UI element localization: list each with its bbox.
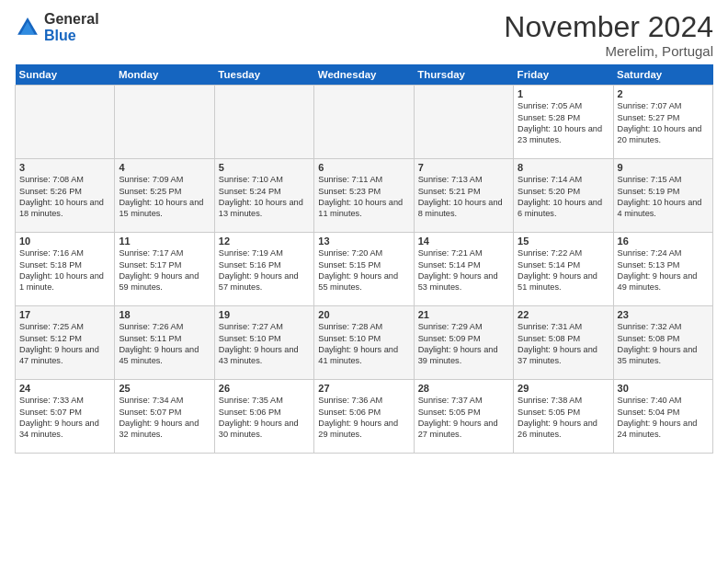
calendar-cell: 20Sunrise: 7:28 AMSunset: 5:10 PMDayligh… [314, 306, 414, 380]
day-info: Sunrise: 7:22 AM [518, 247, 609, 259]
logo: General Blue [15, 11, 99, 45]
day-info: Sunrise: 7:28 AM [318, 321, 409, 332]
day-info: Sunset: 5:09 PM [418, 333, 509, 344]
day-info: Sunrise: 7:16 AM [19, 247, 110, 259]
day-info: Sunrise: 7:17 AM [119, 247, 210, 259]
day-info: Daylight: 9 hours and 43 minutes. [219, 344, 310, 367]
day-number: 7 [418, 162, 509, 173]
day-number: 28 [418, 383, 509, 394]
day-info: Sunrise: 7:36 AM [318, 395, 409, 406]
day-number: 27 [318, 383, 409, 394]
day-number: 14 [418, 236, 509, 247]
day-info: Sunset: 5:06 PM [318, 407, 409, 418]
header-cell-friday: Friday [514, 64, 613, 86]
calendar-cell: 10Sunrise: 7:16 AMSunset: 5:18 PMDayligh… [16, 233, 115, 306]
week-row-1: 1Sunrise: 7:05 AMSunset: 5:28 PMDaylight… [16, 86, 713, 159]
day-info: Daylight: 9 hours and 27 minutes. [418, 418, 509, 441]
day-info: Daylight: 9 hours and 24 minutes. [618, 418, 709, 441]
location: Merelim, Portugal [504, 43, 713, 59]
day-info: Daylight: 9 hours and 34 minutes. [19, 418, 110, 441]
day-info: Daylight: 10 hours and 11 minutes. [318, 197, 409, 220]
header: General Blue November 2024 Merelim, Port… [15, 11, 713, 59]
day-info: Daylight: 10 hours and 18 minutes. [19, 197, 110, 220]
calendar-cell: 8Sunrise: 7:14 AMSunset: 5:20 PMDaylight… [514, 159, 613, 233]
day-info: Sunset: 5:10 PM [219, 333, 310, 344]
header-row: SundayMondayTuesdayWednesdayThursdayFrid… [16, 64, 713, 86]
day-info: Sunset: 5:06 PM [219, 407, 310, 418]
day-number: 24 [19, 383, 110, 394]
day-info: Daylight: 10 hours and 23 minutes. [518, 123, 609, 146]
day-info: Sunset: 5:16 PM [219, 259, 310, 270]
day-info: Sunrise: 7:32 AM [618, 321, 709, 332]
day-info: Daylight: 9 hours and 59 minutes. [119, 270, 210, 293]
day-info: Sunrise: 7:07 AM [618, 100, 709, 111]
month-title: November 2024 [504, 11, 713, 43]
day-info: Sunrise: 7:05 AM [518, 100, 609, 111]
day-info: Sunrise: 7:14 AM [518, 174, 609, 185]
day-info: Daylight: 9 hours and 47 minutes. [19, 344, 110, 367]
logo-text: General Blue [44, 11, 99, 45]
calendar-cell: 25Sunrise: 7:34 AMSunset: 5:07 PMDayligh… [115, 380, 214, 454]
day-number: 21 [418, 309, 509, 320]
day-info: Daylight: 9 hours and 41 minutes. [318, 344, 409, 367]
day-info: Sunrise: 7:27 AM [219, 321, 310, 332]
calendar-cell: 29Sunrise: 7:38 AMSunset: 5:05 PMDayligh… [514, 380, 613, 454]
calendar-cell: 2Sunrise: 7:07 AMSunset: 5:27 PMDaylight… [613, 86, 712, 159]
day-info: Sunset: 5:07 PM [119, 407, 210, 418]
day-number: 8 [518, 162, 609, 173]
calendar-cell: 18Sunrise: 7:26 AMSunset: 5:11 PMDayligh… [115, 306, 214, 380]
calendar-cell: 26Sunrise: 7:35 AMSunset: 5:06 PMDayligh… [214, 380, 313, 454]
calendar-cell [214, 86, 313, 159]
day-info: Daylight: 10 hours and 20 minutes. [618, 123, 709, 146]
day-number: 26 [219, 383, 310, 394]
day-info: Daylight: 9 hours and 30 minutes. [219, 418, 310, 441]
day-info: Sunset: 5:10 PM [318, 333, 409, 344]
day-number: 25 [119, 383, 210, 394]
header-cell-tuesday: Tuesday [214, 64, 313, 86]
day-info: Sunset: 5:12 PM [19, 333, 110, 344]
calendar-cell: 1Sunrise: 7:05 AMSunset: 5:28 PMDaylight… [514, 86, 613, 159]
calendar-table: SundayMondayTuesdayWednesdayThursdayFrid… [15, 64, 713, 454]
day-info: Sunrise: 7:26 AM [119, 321, 210, 332]
day-info: Sunset: 5:13 PM [618, 259, 709, 270]
day-info: Sunset: 5:20 PM [518, 186, 609, 197]
day-info: Sunrise: 7:24 AM [618, 247, 709, 259]
day-info: Sunrise: 7:20 AM [318, 247, 409, 259]
calendar-cell [414, 86, 513, 159]
calendar-cell: 30Sunrise: 7:40 AMSunset: 5:04 PMDayligh… [613, 380, 712, 454]
day-info: Sunset: 5:23 PM [318, 186, 409, 197]
day-info: Sunset: 5:28 PM [518, 112, 609, 123]
day-number: 19 [219, 309, 310, 320]
calendar-cell: 22Sunrise: 7:31 AMSunset: 5:08 PMDayligh… [514, 306, 613, 380]
day-info: Sunset: 5:18 PM [19, 259, 110, 270]
logo-icon [15, 15, 40, 40]
title-block: November 2024 Merelim, Portugal [504, 11, 713, 59]
day-info: Sunrise: 7:35 AM [219, 395, 310, 406]
day-info: Sunset: 5:21 PM [418, 186, 509, 197]
day-info: Sunset: 5:26 PM [19, 186, 110, 197]
day-info: Daylight: 10 hours and 8 minutes. [418, 197, 509, 220]
day-info: Sunset: 5:19 PM [618, 186, 709, 197]
header-cell-thursday: Thursday [414, 64, 513, 86]
day-number: 10 [19, 236, 110, 247]
day-number: 18 [119, 309, 210, 320]
day-info: Sunrise: 7:08 AM [19, 174, 110, 185]
calendar-cell: 4Sunrise: 7:09 AMSunset: 5:25 PMDaylight… [115, 159, 214, 233]
day-number: 29 [518, 383, 609, 394]
day-info: Daylight: 9 hours and 29 minutes. [318, 418, 409, 441]
week-row-2: 3Sunrise: 7:08 AMSunset: 5:26 PMDaylight… [16, 159, 713, 233]
day-number: 23 [618, 309, 709, 320]
calendar-cell: 11Sunrise: 7:17 AMSunset: 5:17 PMDayligh… [115, 233, 214, 306]
calendar-cell [314, 86, 414, 159]
day-number: 17 [19, 309, 110, 320]
calendar-cell: 13Sunrise: 7:20 AMSunset: 5:15 PMDayligh… [314, 233, 414, 306]
header-cell-saturday: Saturday [613, 64, 712, 86]
day-number: 20 [318, 309, 409, 320]
header-cell-sunday: Sunday [16, 64, 115, 86]
day-info: Sunrise: 7:38 AM [518, 395, 609, 406]
day-info: Daylight: 9 hours and 35 minutes. [618, 344, 709, 367]
day-info: Sunset: 5:25 PM [119, 186, 210, 197]
header-cell-monday: Monday [115, 64, 214, 86]
day-info: Sunrise: 7:11 AM [318, 174, 409, 185]
day-info: Daylight: 9 hours and 32 minutes. [119, 418, 210, 441]
